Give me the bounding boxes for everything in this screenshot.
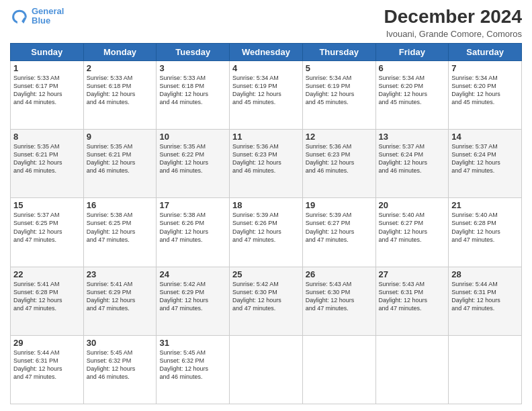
day-info: Sunrise: 5:43 AM Sunset: 6:30 PM Dayligh… xyxy=(306,280,373,313)
day-number: 18 xyxy=(232,200,300,210)
day-info: Sunrise: 5:39 AM Sunset: 6:26 PM Dayligh… xyxy=(232,211,300,244)
day-info: Sunrise: 5:41 AM Sunset: 6:29 PM Dayligh… xyxy=(87,280,154,313)
day-info: Sunrise: 5:36 AM Sunset: 6:23 PM Dayligh… xyxy=(232,142,300,175)
day-number: 4 xyxy=(232,63,300,73)
day-info: Sunrise: 5:35 AM Sunset: 6:22 PM Dayligh… xyxy=(159,142,226,175)
day-info: Sunrise: 5:35 AM Sunset: 6:21 PM Dayligh… xyxy=(87,142,154,175)
table-row: 2 Sunrise: 5:33 AM Sunset: 6:18 PM Dayli… xyxy=(83,60,157,129)
day-number: 15 xyxy=(13,200,81,210)
page: General Blue December 2024 Ivouani, Gran… xyxy=(0,0,532,411)
table-row: 12 Sunrise: 5:36 AM Sunset: 6:23 PM Dayl… xyxy=(302,130,375,198)
day-number: 16 xyxy=(87,200,154,210)
day-number: 14 xyxy=(451,132,519,142)
table-row: 6 Sunrise: 5:34 AM Sunset: 6:20 PM Dayli… xyxy=(375,60,449,129)
table-row: 8 Sunrise: 5:35 AM Sunset: 6:21 PM Dayli… xyxy=(11,130,84,198)
day-number: 1 xyxy=(13,63,81,73)
table-row: 21 Sunrise: 5:40 AM Sunset: 6:28 PM Dayl… xyxy=(449,198,522,267)
table-row: 9 Sunrise: 5:35 AM Sunset: 6:21 PM Dayli… xyxy=(83,130,157,198)
table-row: 25 Sunrise: 5:42 AM Sunset: 6:30 PM Dayl… xyxy=(230,267,303,335)
day-info: Sunrise: 5:34 AM Sunset: 6:19 PM Dayligh… xyxy=(232,74,300,107)
day-number: 17 xyxy=(159,200,226,210)
day-number: 30 xyxy=(87,338,154,348)
day-info: Sunrise: 5:45 AM Sunset: 6:32 PM Dayligh… xyxy=(159,349,226,381)
day-info: Sunrise: 5:38 AM Sunset: 6:26 PM Dayligh… xyxy=(159,211,226,244)
main-title: December 2024 xyxy=(384,7,522,28)
day-number: 9 xyxy=(87,132,154,142)
day-info: Sunrise: 5:41 AM Sunset: 6:28 PM Dayligh… xyxy=(13,280,81,313)
day-info: Sunrise: 5:39 AM Sunset: 6:27 PM Dayligh… xyxy=(306,211,373,244)
col-saturday: Saturday xyxy=(449,43,522,60)
day-number: 5 xyxy=(306,63,373,73)
day-info: Sunrise: 5:43 AM Sunset: 6:31 PM Dayligh… xyxy=(379,280,446,313)
day-number: 7 xyxy=(451,63,519,73)
table-row: 30 Sunrise: 5:45 AM Sunset: 6:32 PM Dayl… xyxy=(83,335,157,404)
table-row xyxy=(375,335,449,404)
table-row: 7 Sunrise: 5:34 AM Sunset: 6:20 PM Dayli… xyxy=(449,60,522,129)
day-info: Sunrise: 5:34 AM Sunset: 6:20 PM Dayligh… xyxy=(379,74,446,107)
table-row: 13 Sunrise: 5:37 AM Sunset: 6:24 PM Dayl… xyxy=(375,130,449,198)
day-info: Sunrise: 5:37 AM Sunset: 6:24 PM Dayligh… xyxy=(379,142,446,175)
table-row: 28 Sunrise: 5:44 AM Sunset: 6:31 PM Dayl… xyxy=(449,267,522,335)
table-row: 1 Sunrise: 5:33 AM Sunset: 6:17 PM Dayli… xyxy=(11,60,84,129)
header: General Blue December 2024 Ivouani, Gran… xyxy=(10,7,522,39)
title-block: December 2024 Ivouani, Grande Comore, Co… xyxy=(384,7,522,39)
col-tuesday: Tuesday xyxy=(157,43,230,60)
day-info: Sunrise: 5:42 AM Sunset: 6:29 PM Dayligh… xyxy=(159,280,226,313)
col-thursday: Thursday xyxy=(302,43,375,60)
day-info: Sunrise: 5:42 AM Sunset: 6:30 PM Dayligh… xyxy=(232,280,300,313)
col-wednesday: Wednesday xyxy=(230,43,303,60)
table-row: 31 Sunrise: 5:45 AM Sunset: 6:32 PM Dayl… xyxy=(157,335,230,404)
table-row: 14 Sunrise: 5:37 AM Sunset: 6:24 PM Dayl… xyxy=(449,130,522,198)
table-row: 29 Sunrise: 5:44 AM Sunset: 6:31 PM Dayl… xyxy=(11,335,84,404)
col-friday: Friday xyxy=(375,43,449,60)
day-number: 10 xyxy=(159,132,226,142)
day-number: 31 xyxy=(159,338,226,348)
day-info: Sunrise: 5:44 AM Sunset: 6:31 PM Dayligh… xyxy=(13,349,81,381)
day-number: 20 xyxy=(379,200,446,210)
table-row: 19 Sunrise: 5:39 AM Sunset: 6:27 PM Dayl… xyxy=(302,198,375,267)
table-row: 22 Sunrise: 5:41 AM Sunset: 6:28 PM Dayl… xyxy=(11,267,84,335)
table-row: 27 Sunrise: 5:43 AM Sunset: 6:31 PM Dayl… xyxy=(375,267,449,335)
day-number: 13 xyxy=(379,132,446,142)
logo-icon xyxy=(10,7,29,26)
day-number: 28 xyxy=(451,269,519,279)
table-row: 16 Sunrise: 5:38 AM Sunset: 6:25 PM Dayl… xyxy=(83,198,157,267)
day-info: Sunrise: 5:40 AM Sunset: 6:28 PM Dayligh… xyxy=(451,211,519,244)
table-row: 26 Sunrise: 5:43 AM Sunset: 6:30 PM Dayl… xyxy=(302,267,375,335)
day-info: Sunrise: 5:40 AM Sunset: 6:27 PM Dayligh… xyxy=(379,211,446,244)
day-info: Sunrise: 5:45 AM Sunset: 6:32 PM Dayligh… xyxy=(87,349,154,381)
table-row: 17 Sunrise: 5:38 AM Sunset: 6:26 PM Dayl… xyxy=(157,198,230,267)
table-row xyxy=(230,335,303,404)
col-sunday: Sunday xyxy=(11,43,84,60)
table-row: 23 Sunrise: 5:41 AM Sunset: 6:29 PM Dayl… xyxy=(83,267,157,335)
table-row xyxy=(449,335,522,404)
table-row: 20 Sunrise: 5:40 AM Sunset: 6:27 PM Dayl… xyxy=(375,198,449,267)
day-number: 23 xyxy=(87,269,154,279)
table-row: 15 Sunrise: 5:37 AM Sunset: 6:25 PM Dayl… xyxy=(11,198,84,267)
day-number: 19 xyxy=(306,200,373,210)
sub-title: Ivouani, Grande Comore, Comoros xyxy=(384,29,522,39)
day-number: 27 xyxy=(379,269,446,279)
calendar-header-row: Sunday Monday Tuesday Wednesday Thursday… xyxy=(11,43,522,60)
day-info: Sunrise: 5:34 AM Sunset: 6:19 PM Dayligh… xyxy=(306,74,373,107)
table-row: 11 Sunrise: 5:36 AM Sunset: 6:23 PM Dayl… xyxy=(230,130,303,198)
day-info: Sunrise: 5:33 AM Sunset: 6:18 PM Dayligh… xyxy=(87,74,154,107)
day-number: 11 xyxy=(232,132,300,142)
table-row xyxy=(302,335,375,404)
calendar-table: Sunday Monday Tuesday Wednesday Thursday… xyxy=(10,43,522,404)
logo: General Blue xyxy=(10,7,64,26)
table-row: 18 Sunrise: 5:39 AM Sunset: 6:26 PM Dayl… xyxy=(230,198,303,267)
day-info: Sunrise: 5:37 AM Sunset: 6:25 PM Dayligh… xyxy=(13,211,81,244)
day-info: Sunrise: 5:44 AM Sunset: 6:31 PM Dayligh… xyxy=(451,280,519,313)
day-info: Sunrise: 5:37 AM Sunset: 6:24 PM Dayligh… xyxy=(451,142,519,175)
day-number: 29 xyxy=(13,338,81,348)
day-info: Sunrise: 5:34 AM Sunset: 6:20 PM Dayligh… xyxy=(451,74,519,107)
day-number: 26 xyxy=(306,269,373,279)
day-info: Sunrise: 5:35 AM Sunset: 6:21 PM Dayligh… xyxy=(13,142,81,175)
table-row: 3 Sunrise: 5:33 AM Sunset: 6:18 PM Dayli… xyxy=(157,60,230,129)
table-row: 10 Sunrise: 5:35 AM Sunset: 6:22 PM Dayl… xyxy=(157,130,230,198)
day-number: 2 xyxy=(87,63,154,73)
table-row: 24 Sunrise: 5:42 AM Sunset: 6:29 PM Dayl… xyxy=(157,267,230,335)
table-row: 5 Sunrise: 5:34 AM Sunset: 6:19 PM Dayli… xyxy=(302,60,375,129)
day-number: 8 xyxy=(13,132,81,142)
